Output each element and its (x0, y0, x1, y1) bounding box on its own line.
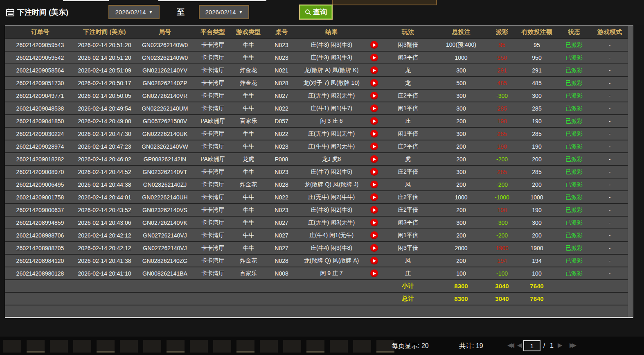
footer-tab[interactable] (97, 340, 115, 353)
game-cell: 牛牛 (230, 143, 267, 150)
order-cell: 260214209051730 (5, 80, 75, 86)
table-no-cell: N027 (267, 232, 296, 239)
valid-bet-cell: 285 (516, 169, 557, 175)
play-video-icon[interactable] (370, 66, 378, 74)
game-cell: 炸金花 (230, 67, 267, 74)
mode-cell: - (591, 93, 628, 99)
result-cell: 庄(无牛) 闲2(牛牛) (296, 194, 367, 201)
round-cell: GN023262140W0 (134, 54, 196, 61)
valid-bet-cell: 291 (516, 67, 557, 74)
status-badge: 已派彩 (557, 105, 591, 112)
footer-tab[interactable] (330, 340, 348, 353)
platform-cell: 卡卡湾厅 (196, 143, 230, 150)
order-cell: 260214209059543 (5, 42, 75, 48)
col-header-platform: 平台类型 (196, 28, 230, 36)
play-video-icon[interactable] (370, 193, 378, 201)
prev-page-icon[interactable]: ◀ (517, 341, 522, 349)
play-video-icon[interactable] (370, 79, 378, 87)
time-cell: 2026-02-14 20:50:05 (75, 93, 134, 99)
payout-cell: -300 (488, 93, 516, 99)
footer-tab[interactable] (27, 340, 45, 353)
play-video-icon[interactable] (370, 117, 378, 125)
play-video-icon[interactable] (370, 104, 378, 112)
mode-cell: - (591, 131, 628, 137)
play-type-cell: 庄2平倍 (381, 143, 435, 150)
play-video-icon[interactable] (370, 155, 378, 163)
round-cell: GN022262140UK (134, 131, 196, 137)
footer-tab[interactable] (143, 340, 161, 353)
date-from-select[interactable]: 2026/02/14 ▼ (108, 5, 160, 19)
play-video-icon[interactable] (370, 181, 378, 188)
page-number-input[interactable] (523, 340, 540, 351)
play-video-icon[interactable] (370, 142, 378, 150)
platform-cell: 卡卡湾厅 (196, 79, 230, 87)
video-cell (367, 92, 381, 99)
status-badge: 已派彩 (557, 130, 591, 138)
play-type-cell: 凤 (381, 257, 435, 265)
play-video-icon[interactable] (370, 130, 378, 138)
play-video-icon[interactable] (370, 41, 378, 49)
play-type-cell: 闲3平倍 (381, 219, 435, 226)
payout-cell: 190 (488, 118, 516, 124)
play-video-icon[interactable] (370, 168, 378, 176)
bet-records-table: 订单号 下注时间 (美东) 局号 平台类型 游戏类型 桌号 结果 玩法 总投注 … (5, 25, 633, 318)
time-cell: 2026-02-14 20:47:30 (75, 131, 134, 137)
play-video-icon[interactable] (370, 257, 378, 265)
footer-tab[interactable] (120, 340, 138, 353)
footer-tab[interactable] (283, 340, 301, 353)
valid-bet-cell: 100 (516, 270, 557, 277)
payout-cell: 190 (488, 143, 516, 150)
page-size-label: 每页显示: 20 (392, 342, 429, 350)
date-from-value: 2026/02/14 (115, 9, 146, 16)
footer-tab[interactable] (236, 340, 254, 353)
footer-tab[interactable] (353, 340, 371, 353)
footer-tab[interactable] (73, 340, 91, 353)
footer-tab[interactable] (306, 340, 324, 353)
play-video-icon[interactable] (370, 92, 378, 99)
valid-bet-cell: 300 (516, 93, 557, 99)
footer-tab[interactable] (260, 340, 278, 353)
last-page-icon[interactable]: ▶▶ (570, 341, 574, 349)
play-video-icon[interactable] (370, 269, 378, 277)
platform-cell: 卡卡湾厅 (196, 232, 230, 239)
total-bet-cell: 200 (435, 118, 488, 124)
time-cell: 2026-02-14 20:44:38 (75, 181, 134, 188)
totals-row: 小计 8300 3040 7640 (5, 280, 628, 293)
chevron-down-icon: ▼ (149, 10, 153, 14)
mode-cell: - (591, 258, 628, 264)
table-row: 260214208988705 2026-02-14 20:42:12 GN02… (5, 242, 628, 255)
query-button[interactable]: 查询 (299, 5, 333, 20)
play-video-icon[interactable] (370, 231, 378, 239)
next-page-icon[interactable]: ▶ (558, 341, 563, 349)
result-cell: 庄(牛3) 闲3(牛3) (296, 54, 367, 61)
footer-tab[interactable] (50, 340, 68, 353)
table-scrollbar[interactable] (628, 26, 633, 317)
platform-cell: 卡卡湾厅 (196, 105, 230, 112)
round-cell: GN023262140VT (134, 169, 196, 175)
col-header-round: 局号 (134, 28, 196, 36)
valid-bet-cell: 200 (516, 181, 557, 188)
platform-cell: PA欧洲厅 (196, 118, 230, 125)
footer-tab[interactable] (213, 340, 231, 353)
result-cell: 龙(散牌 A) 凤(散牌 K) (296, 67, 367, 74)
footer-tab[interactable] (167, 340, 185, 353)
valid-bet-cell: 285 (516, 131, 557, 137)
result-cell: 庄(牛4) 闲1(无牛) (296, 232, 367, 239)
first-page-icon[interactable]: ◀◀ (507, 341, 512, 349)
payout-cell: 194 (488, 258, 516, 264)
play-video-icon[interactable] (370, 206, 378, 214)
play-video-icon[interactable] (370, 54, 378, 61)
footer-tab[interactable] (3, 340, 21, 353)
col-header-result: 结果 (296, 28, 367, 36)
play-video-icon[interactable] (370, 244, 378, 252)
date-to-select[interactable]: 2026/02/14 ▼ (199, 5, 249, 19)
status-badge: 已派彩 (557, 54, 591, 61)
round-cell: GN008262141BA (134, 270, 196, 277)
play-video-icon[interactable] (370, 219, 378, 226)
play-type-cell: 庄2平倍 (381, 168, 435, 176)
game-cell: 炸金花 (230, 79, 267, 87)
time-cell: 2026-02-14 20:41:10 (75, 270, 134, 277)
col-header-table-no: 桌号 (267, 28, 296, 36)
footer-tab[interactable] (190, 340, 208, 353)
platform-cell: 卡卡湾厅 (196, 41, 230, 49)
